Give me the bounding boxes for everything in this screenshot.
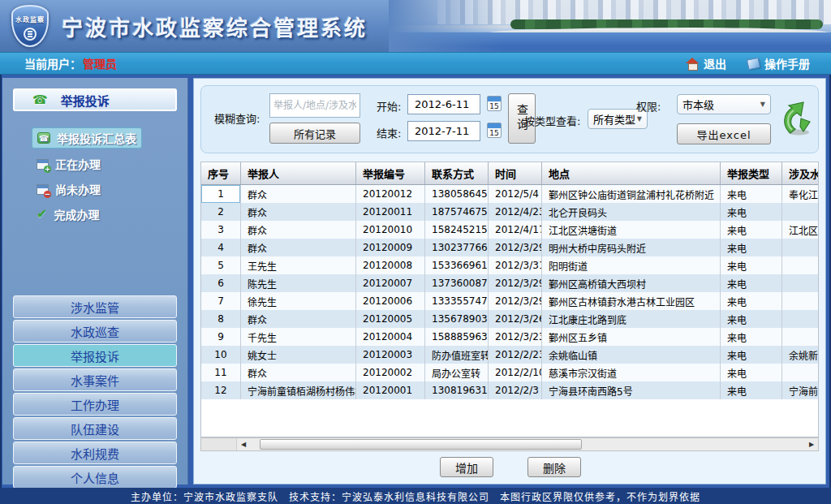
delete-button[interactable]: 删除 [527, 457, 581, 477]
table-row[interactable]: 5王先生20120008153366961212012/3/31阳明街道来电 [201, 256, 818, 274]
cell-contact: 13805864528 [425, 185, 489, 203]
chevron-down-icon: ▼ [637, 115, 642, 123]
cell-report-no: 20120001 [356, 381, 425, 399]
table-row[interactable]: 1群众20120012138058645282012/5/4鄞州区钟公庙街道铜盆… [201, 185, 818, 203]
cell-report-no: 20120011 [356, 203, 425, 221]
sidebar-menu-item[interactable]: 工作办理 [13, 393, 177, 416]
permission-value: 市本级 [682, 97, 714, 112]
current-user-label: 当前用户： [24, 55, 81, 71]
table-body: 1群众20120012138058645282012/5/4鄞州区钟公庙街道铜盆… [201, 185, 818, 437]
sidebar-section-title: 举报投诉 [61, 92, 110, 109]
end-calendar-icon[interactable]: 15 [487, 123, 502, 138]
start-date-label: 开始: [377, 98, 401, 114]
cell-reporter: 徐先生 [241, 292, 356, 310]
sidebar-item[interactable]: ✔完成办理 [32, 205, 104, 224]
column-header-report-no[interactable]: 举报编号 [356, 162, 425, 184]
cell-index: 7 [201, 292, 241, 310]
scrollbar-track[interactable] [250, 438, 805, 450]
table-row[interactable]: 2群众20120011187574675372012/4/23北仑开良码头来电 [201, 203, 818, 221]
cell-reporter: 群众 [241, 185, 356, 203]
export-excel-button[interactable]: 导出excel [677, 123, 771, 144]
cell-water-area: 江北区宅 [782, 221, 819, 239]
cell-report-type: 来电 [721, 239, 782, 256]
sidebar-menu-item[interactable]: 涉水监管 [13, 295, 177, 318]
table-row[interactable]: 3群众20120010158245215972012/4/17江北区洪塘街道来电… [201, 221, 818, 239]
manual-button[interactable]: 操作手册 [747, 55, 810, 71]
cell-index: 8 [201, 310, 241, 328]
all-records-button[interactable]: 所有记录 [269, 123, 360, 144]
sidebar-item-label: 完成办理 [54, 206, 99, 222]
start-date-input[interactable]: 2012-6-11 [407, 94, 480, 114]
cell-report-type: 来电 [721, 274, 782, 292]
cell-date: 2012/3/29 [489, 274, 542, 292]
cell-index: 9 [201, 328, 241, 346]
table-row[interactable]: 11群众20120002局办公室转2012/2/10慈溪市宗汉街道来电 [201, 364, 818, 381]
current-user-name: 管理员 [83, 55, 117, 71]
column-header-report-type[interactable]: 举报类型 [721, 162, 782, 184]
cell-index: 12 [201, 381, 241, 399]
refresh-icon[interactable] [779, 99, 813, 138]
end-date-label: 结束: [377, 125, 401, 140]
cell-location: 阳明街道 [542, 256, 721, 274]
cell-location: 江北康庄北路到底 [542, 310, 721, 328]
cell-date: 2012/4/23 [489, 203, 542, 221]
cell-report-no: 20120004 [356, 328, 425, 346]
add-button[interactable]: 增加 [440, 457, 493, 477]
column-header-contact[interactable]: 联系方式 [425, 162, 489, 184]
sidebar-menu-item[interactable]: 水利规费 [13, 442, 177, 464]
cell-reporter: 群众 [241, 221, 356, 239]
column-header-date[interactable]: 时间 [489, 162, 542, 184]
scroll-right-arrow-icon[interactable]: ▶ [805, 438, 818, 450]
table-row[interactable]: 4群众20120009130237766492012/3/29明州大桥中房码头附… [201, 239, 818, 256]
cell-index: 2 [201, 203, 241, 221]
table-row[interactable]: 10姚女士20120003防办值班室转2012/2/23余姚临山镇来电余姚新奄 [201, 346, 818, 364]
sidebar-menu-item[interactable]: 队伍建设 [13, 417, 177, 440]
sidebar-item[interactable]: 尚未办理 [32, 179, 105, 199]
cell-report-no: 20120010 [356, 221, 425, 239]
column-header-water-area[interactable]: 涉及水域 [782, 162, 819, 184]
cell-location: 明州大桥中房码头附近 [542, 239, 721, 256]
table-row[interactable]: 8群众20120005135678903902012/3/26江北康庄北路到底来… [201, 310, 818, 328]
scroll-left-arrow-icon[interactable]: ◀ [237, 438, 250, 450]
column-header-reporter[interactable]: 举报人 [241, 162, 356, 184]
cell-report-type: 来电 [721, 203, 782, 221]
sidebar-menu-item[interactable]: 水事案件 [13, 368, 177, 391]
cell-water-area: 奉化江礼 [782, 185, 819, 203]
cell-contact: 13335574778 [425, 292, 489, 310]
cell-report-no: 20120008 [356, 256, 425, 274]
start-calendar-icon[interactable]: 15 [487, 96, 502, 111]
cell-date: 2012/3/26 [489, 310, 542, 328]
cell-contact: 15824521597 [425, 221, 489, 239]
sidebar-section-header[interactable]: ☎ 举报投诉 [13, 88, 177, 111]
scrollbar-thumb[interactable] [260, 439, 582, 450]
fuzzy-search-input[interactable] [269, 93, 360, 118]
cell-report-type: 来电 [721, 292, 782, 310]
sidebar-menu-active[interactable]: 举报投诉 [13, 344, 177, 367]
cell-index: 3 [201, 221, 241, 239]
shield-icon: 水政监察 [11, 5, 49, 47]
cell-location: 慈溪市宗汉街道 [542, 364, 721, 381]
sidebar-menu-item[interactable]: 个人信息 [13, 466, 177, 489]
app-header: 水政监察 宁波市水政监察综合管理系统 [0, 0, 831, 52]
table-row[interactable]: 12宁海前童镇栢湖杨村杨伟林20120001130819631762012/2/… [201, 381, 818, 399]
page-title: 宁波市水政监察综合管理系统 [62, 11, 368, 41]
logout-button[interactable]: 退出 [686, 55, 726, 71]
table-row[interactable]: 6陈先生20120007137360087292012/3/29鄞州区高桥镇大西… [201, 274, 818, 292]
sidebar-item[interactable]: ☎举报投诉汇总表 [32, 127, 142, 149]
cell-water-area [782, 239, 819, 256]
sidebar-menu-item[interactable]: 水政巡查 [13, 320, 177, 342]
permission-select[interactable]: 市本级 ▼ [677, 94, 771, 114]
manual-label: 操作手册 [764, 55, 810, 71]
cell-water-area [782, 274, 819, 292]
sidebar-item[interactable]: 正在办理 [32, 154, 105, 174]
manual-book-icon [747, 57, 760, 70]
column-header-index[interactable]: 序号 [201, 162, 241, 184]
cell-contact: 13567890390 [425, 310, 489, 328]
cell-report-type: 来电 [721, 310, 782, 328]
table-row[interactable]: 7徐先生20120006133355747782012/3/29鄞州区古林镇葑水… [201, 292, 818, 310]
end-date-input[interactable]: 2012-7-11 [407, 121, 480, 141]
sidebar: ☎ 举报投诉 ☎举报投诉汇总表正在办理尚未办理✔完成办理 涉水监管水政巡查举报投… [2, 78, 188, 485]
table-row[interactable]: 9千先生20120004158885963252012/3/23鄞州区五乡镇来电 [201, 328, 818, 346]
column-header-location[interactable]: 地点 [542, 162, 721, 184]
horizontal-scrollbar[interactable]: ◀ ▶ [200, 437, 819, 451]
